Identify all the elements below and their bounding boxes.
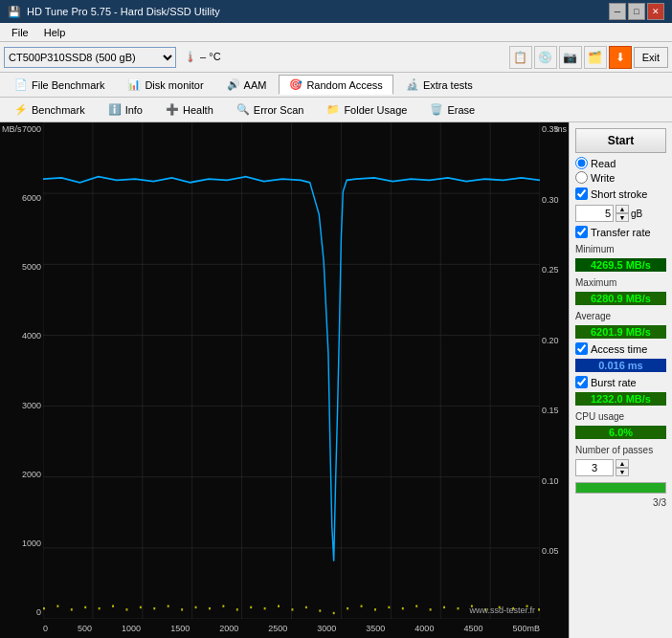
cpu-usage-value: 6.0% bbox=[575, 426, 666, 439]
folder-usage-icon: 📁 bbox=[326, 103, 340, 116]
title-bar: 💾 HD Tune Pro 5.75 - Hard Disk/SSD Utili… bbox=[0, 0, 672, 23]
svg-rect-39 bbox=[305, 606, 307, 608]
drive-selector[interactable]: CT500P310SSD8 (500 gB) bbox=[4, 47, 176, 68]
x-axis: 0 500 1000 1500 2000 2500 3000 3500 4000… bbox=[43, 619, 540, 638]
chart-inner bbox=[43, 122, 540, 619]
app-icon: 💾 bbox=[8, 6, 21, 18]
random-access-icon: 🎯 bbox=[289, 78, 302, 91]
svg-rect-56 bbox=[538, 608, 540, 610]
svg-rect-46 bbox=[402, 607, 404, 609]
svg-rect-36 bbox=[264, 607, 266, 609]
transfer-rate-checkbox[interactable] bbox=[575, 226, 588, 238]
progress-bar-container bbox=[575, 482, 666, 494]
main-content: MB/s ms 7000 6000 5000 4000 3000 2000 10… bbox=[0, 122, 672, 638]
info-icon: ℹ️ bbox=[108, 103, 122, 116]
aam-icon: 🔊 bbox=[227, 78, 240, 91]
short-stroke-spinners: ▲ ▼ bbox=[616, 205, 629, 222]
read-radio-label[interactable]: Read bbox=[575, 157, 666, 169]
access-time-checkbox-label[interactable]: Access time bbox=[575, 342, 666, 355]
svg-rect-49 bbox=[443, 606, 445, 608]
svg-rect-30 bbox=[181, 608, 183, 610]
short-stroke-up-button[interactable]: ▲ bbox=[616, 205, 629, 213]
extra-tests-icon: 🔬 bbox=[406, 78, 419, 91]
write-radio-label[interactable]: Write bbox=[575, 171, 666, 184]
maximum-value: 6280.9 MB/s bbox=[575, 292, 666, 305]
svg-rect-28 bbox=[153, 607, 155, 609]
temp-label: 🌡️ – °C bbox=[184, 51, 221, 63]
passes-up-button[interactable]: ▲ bbox=[616, 459, 629, 468]
burst-rate-checkbox[interactable] bbox=[575, 376, 588, 388]
svg-rect-37 bbox=[278, 605, 280, 607]
menu-bar: File Help bbox=[0, 23, 672, 42]
menu-file[interactable]: File bbox=[4, 25, 36, 40]
tab-info[interactable]: ℹ️ Info bbox=[98, 99, 153, 120]
svg-rect-41 bbox=[333, 612, 335, 614]
access-time-value: 0.016 ms bbox=[575, 359, 666, 372]
tab-benchmark[interactable]: ⚡ Benchmark bbox=[4, 99, 96, 120]
passes-input[interactable] bbox=[575, 459, 614, 476]
svg-rect-48 bbox=[430, 608, 432, 610]
erase-icon: 🗑️ bbox=[430, 103, 443, 116]
start-button[interactable]: Start bbox=[575, 128, 666, 153]
toolbar-icon-folder[interactable]: 🗂️ bbox=[584, 46, 607, 69]
cpu-usage-label: CPU usage bbox=[575, 411, 666, 422]
tab-file-benchmark[interactable]: 📄 File Benchmark bbox=[4, 75, 115, 95]
passes-spinners: ▲ ▼ bbox=[616, 459, 629, 476]
tabs-row-1: 📄 File Benchmark 📊 Disk monitor 🔊 AAM 🎯 … bbox=[0, 73, 672, 98]
svg-rect-45 bbox=[388, 606, 390, 608]
tab-error-scan[interactable]: 🔍 Error Scan bbox=[226, 99, 315, 120]
tab-erase[interactable]: 🗑️ Erase bbox=[419, 99, 485, 120]
number-of-passes-label: Number of passes bbox=[575, 445, 666, 455]
tab-extra-tests[interactable]: 🔬 Extra tests bbox=[395, 75, 483, 95]
transfer-rate-checkbox-label[interactable]: Transfer rate bbox=[575, 226, 666, 238]
tab-random-access[interactable]: 🎯 Random Access bbox=[279, 75, 392, 95]
svg-rect-22 bbox=[71, 608, 73, 610]
short-stroke-down-button[interactable]: ▼ bbox=[616, 213, 629, 222]
burst-rate-checkbox-label[interactable]: Burst rate bbox=[575, 376, 666, 388]
svg-rect-20 bbox=[43, 607, 45, 609]
toolbar-icon-camera[interactable]: 📷 bbox=[559, 46, 582, 69]
average-value: 6201.9 MB/s bbox=[575, 325, 666, 339]
health-icon: ➕ bbox=[166, 103, 179, 116]
toolbar-icon-download[interactable]: ⬇ bbox=[609, 46, 632, 69]
minimum-value: 4269.5 MB/s bbox=[575, 258, 666, 272]
tab-aam[interactable]: 🔊 AAM bbox=[216, 75, 278, 95]
svg-rect-31 bbox=[195, 606, 197, 608]
short-stroke-checkbox-label[interactable]: Short stroke bbox=[575, 187, 666, 200]
read-radio[interactable] bbox=[575, 157, 588, 169]
exit-button[interactable]: Exit bbox=[634, 47, 668, 68]
minimum-label: Minimum bbox=[575, 244, 666, 254]
passes-down-button[interactable]: ▼ bbox=[616, 468, 629, 476]
svg-rect-34 bbox=[236, 608, 238, 610]
svg-rect-43 bbox=[361, 605, 363, 607]
menu-help[interactable]: Help bbox=[36, 25, 74, 40]
short-stroke-spinbox-row: ▲ ▼ gB bbox=[575, 205, 666, 222]
error-scan-icon: 🔍 bbox=[236, 103, 250, 116]
short-stroke-input[interactable] bbox=[575, 205, 614, 222]
write-radio[interactable] bbox=[575, 171, 588, 184]
svg-rect-26 bbox=[126, 608, 128, 610]
short-stroke-checkbox[interactable] bbox=[575, 187, 588, 200]
tab-health[interactable]: ➕ Health bbox=[155, 99, 224, 120]
minimize-button[interactable]: ─ bbox=[609, 3, 626, 20]
close-button[interactable]: ✕ bbox=[647, 3, 664, 20]
access-time-checkbox[interactable] bbox=[575, 342, 588, 355]
maximize-button[interactable]: □ bbox=[628, 3, 645, 20]
read-write-group: Read Write bbox=[575, 157, 666, 184]
svg-rect-23 bbox=[84, 606, 86, 608]
tab-folder-usage[interactable]: 📁 Folder Usage bbox=[316, 99, 417, 120]
passes-row: ▲ ▼ bbox=[575, 459, 666, 476]
svg-rect-29 bbox=[168, 605, 169, 607]
svg-rect-32 bbox=[209, 607, 211, 609]
svg-rect-42 bbox=[347, 607, 348, 609]
watermark: www.ssd-tester.fr bbox=[469, 605, 535, 615]
svg-rect-33 bbox=[222, 605, 224, 607]
right-panel: Start Read Write Short stroke ▲ ▼ gB bbox=[569, 122, 672, 638]
tab-disk-monitor[interactable]: 📊 Disk monitor bbox=[117, 75, 213, 95]
svg-rect-25 bbox=[112, 605, 114, 607]
maximum-label: Maximum bbox=[575, 277, 666, 288]
svg-rect-21 bbox=[56, 605, 58, 607]
toolbar-icon-disk[interactable]: 💿 bbox=[534, 46, 557, 69]
toolbar-icon-info[interactable]: 📋 bbox=[509, 46, 532, 69]
window-title: HD Tune Pro 5.75 - Hard Disk/SSD Utility bbox=[27, 6, 220, 17]
